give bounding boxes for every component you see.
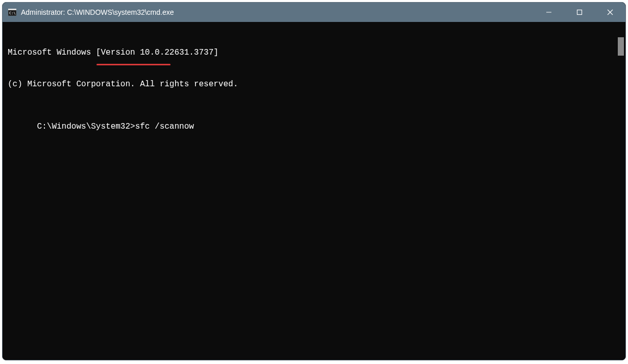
terminal-output[interactable]: Microsoft Windows [Version 10.0.22631.37… <box>3 22 616 360</box>
window-controls <box>534 3 625 22</box>
cmd-icon: C:\ <box>8 8 17 17</box>
svg-rect-4 <box>577 10 582 15</box>
window-title: Administrator: C:\WINDOWS\system32\cmd.e… <box>21 8 534 16</box>
titlebar[interactable]: C:\ Administrator: C:\WINDOWS\system32\c… <box>3 3 625 22</box>
output-line: Microsoft Windows [Version 10.0.22631.37… <box>8 47 611 58</box>
maximize-button[interactable] <box>564 3 595 22</box>
scrollbar[interactable] <box>616 22 625 360</box>
prompt-line: C:\Windows\System32>sfc /scannow <box>37 122 194 132</box>
scrollbar-thumb[interactable] <box>618 37 624 56</box>
command-prompt-window: C:\ Administrator: C:\WINDOWS\system32\c… <box>2 2 626 360</box>
output-line: (c) Microsoft Corporation. All rights re… <box>8 79 611 90</box>
underline-annotation <box>96 64 171 65</box>
svg-text:C:\: C:\ <box>9 11 16 15</box>
minimize-button[interactable] <box>534 3 564 22</box>
command-input: sfc /scannow <box>135 122 194 131</box>
prompt: C:\Windows\System32> <box>37 122 135 131</box>
svg-rect-1 <box>8 9 16 10</box>
close-button[interactable] <box>595 3 625 22</box>
terminal-body: Microsoft Windows [Version 10.0.22631.37… <box>3 22 625 360</box>
